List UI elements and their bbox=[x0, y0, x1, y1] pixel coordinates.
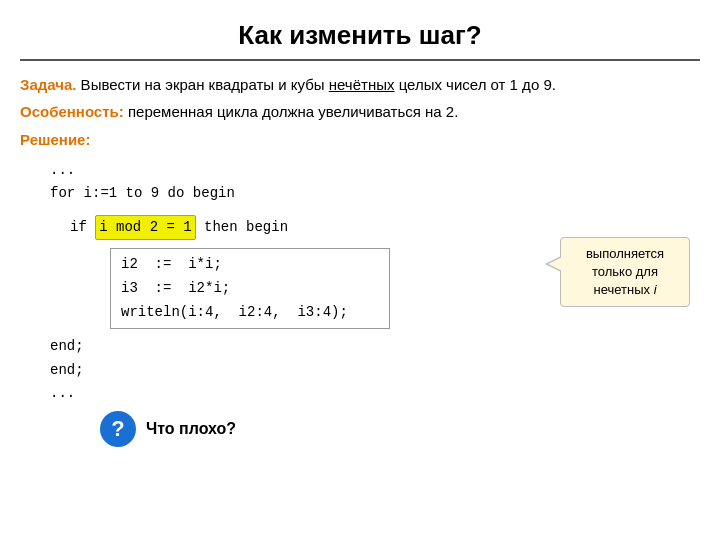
if-prefix: if bbox=[70, 216, 95, 239]
code-dots-bottom: ... bbox=[50, 382, 700, 405]
feature-label: Особенность: bbox=[20, 103, 124, 120]
page-container: Как изменить шаг? Задача. Вывести на экр… bbox=[0, 0, 720, 540]
inner-line1: i2 := i*i; bbox=[121, 253, 379, 277]
question-row: ? Что плохо? bbox=[100, 411, 700, 447]
inner-line2: i3 := i2*i; bbox=[121, 277, 379, 301]
task-text1: Вывести на экран квадраты и кубы bbox=[76, 76, 328, 93]
task-block: Задача. Вывести на экран квадраты и кубы… bbox=[20, 73, 700, 96]
code-block: ... for i:=1 to 9 do begin if i mod 2 = … bbox=[50, 159, 700, 405]
solution-label: Решение: bbox=[20, 131, 90, 148]
annotation-text: выполняется только для нечетных bbox=[586, 246, 664, 297]
solution-block: Решение: bbox=[20, 128, 700, 151]
if-suffix: then begin bbox=[196, 216, 288, 239]
question-text: Что плохо? bbox=[146, 420, 236, 438]
feature-text: переменная цикла должна увеличиваться на… bbox=[124, 103, 459, 120]
task-underline: нечётных bbox=[329, 76, 395, 93]
if-condition: i mod 2 = 1 bbox=[95, 215, 195, 240]
inner-line3: writeln(i:4, i2:4, i3:4); bbox=[121, 301, 379, 325]
feature-block: Особенность: переменная цикла должна уве… bbox=[20, 100, 700, 123]
code-end1: end; bbox=[50, 335, 700, 358]
annotation-bubble: выполняется только для нечетных i bbox=[560, 237, 690, 308]
code-for-line: for i:=1 to 9 do begin bbox=[50, 182, 700, 205]
annotation-italic: i bbox=[654, 282, 657, 297]
page-title: Как изменить шаг? bbox=[20, 10, 700, 61]
code-dots-top: ... bbox=[50, 159, 700, 182]
inner-code-box: i2 := i*i; i3 := i2*i; writeln(i:4, i2:4… bbox=[110, 248, 390, 329]
code-end2: end; bbox=[50, 359, 700, 382]
question-circle: ? bbox=[100, 411, 136, 447]
task-label: Задача. bbox=[20, 76, 76, 93]
task-text2: целых чисел от 1 до 9. bbox=[394, 76, 555, 93]
